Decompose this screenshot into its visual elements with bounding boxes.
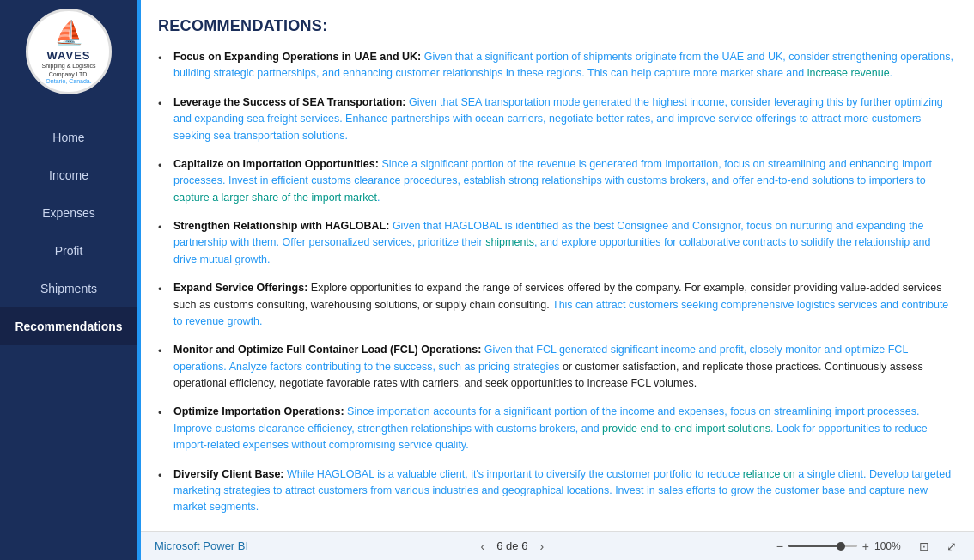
- rec-text-8: Diversify Client Base: While HAGLOBAL is…: [173, 466, 957, 516]
- company-name: WAVES: [47, 49, 91, 62]
- sidebar: ⛵ WAVES Shipping & LogisticsCompany LTD.…: [0, 0, 137, 560]
- recommendation-list: • Focus on Expanding Operations in UAE a…: [158, 49, 957, 531]
- bullet-icon: •: [158, 343, 168, 392]
- bullet-icon: •: [158, 50, 168, 82]
- list-item: • Expand Service Offerings: Explore oppo…: [158, 280, 957, 330]
- sidebar-item-home[interactable]: Home: [0, 119, 137, 156]
- zoom-minus-icon[interactable]: −: [776, 539, 783, 553]
- sidebar-item-expenses[interactable]: Expenses: [0, 194, 137, 232]
- bullet-icon: •: [158, 405, 168, 453]
- prev-page-button[interactable]: ‹: [476, 538, 490, 555]
- rec-text-7: Optimize Importation Operations: Since i…: [173, 404, 957, 453]
- bullet-icon: •: [158, 467, 168, 516]
- sidebar-item-income[interactable]: Income: [0, 156, 137, 194]
- pagination: ‹ 6 de 6 ›: [476, 538, 550, 555]
- zoom-plus-icon[interactable]: +: [862, 539, 869, 553]
- ship-icon: ⛵: [54, 19, 84, 47]
- fullscreen-button[interactable]: ⤢: [943, 538, 960, 555]
- sidebar-item-shipments[interactable]: Shipments: [0, 270, 137, 307]
- zoom-area: − + 100%: [776, 539, 905, 553]
- list-item: • Focus on Expanding Operations in UAE a…: [158, 49, 957, 82]
- main-content: RECOMMENDATIONS: • Focus on Expanding Op…: [137, 0, 974, 560]
- fit-page-button[interactable]: ⊡: [916, 538, 933, 555]
- rec-text-2: Leverage the Success of SEA Transportati…: [173, 94, 957, 144]
- sidebar-item-profit[interactable]: Profit: [0, 232, 137, 270]
- bullet-icon: •: [158, 281, 168, 330]
- company-location: Ontario, Canada.: [46, 78, 91, 84]
- page-info: 6 de 6: [496, 539, 527, 552]
- powerbi-link[interactable]: Microsoft Power BI: [155, 539, 248, 552]
- content-area[interactable]: RECOMMENDATIONS: • Focus on Expanding Op…: [141, 0, 974, 531]
- list-item: • Monitor and Optimize Full Container Lo…: [158, 342, 957, 392]
- footer-right: − + 100% ⊡ ⤢: [776, 538, 960, 555]
- zoom-filled: [788, 545, 840, 547]
- rec-text-5: Expand Service Offerings: Explore opport…: [173, 280, 957, 330]
- list-item: • Diversify Client Base: While HAGLOBAL …: [158, 466, 957, 516]
- nav-menu: Home Income Expenses Profit Shipments Re…: [0, 119, 137, 345]
- logo: ⛵ WAVES Shipping & LogisticsCompany LTD.…: [26, 9, 112, 94]
- page-title: RECOMMENDATIONS:: [158, 17, 957, 35]
- rec-text-6: Monitor and Optimize Full Container Load…: [173, 342, 957, 392]
- zoom-label: 100%: [874, 540, 905, 552]
- rec-text-1: Focus on Expanding Operations in UAE and…: [173, 49, 957, 82]
- rec-text-3: Capitalize on Importation Opportunities:…: [173, 156, 957, 206]
- sidebar-item-recommendations[interactable]: Recommendations: [0, 307, 137, 345]
- bullet-icon: •: [158, 95, 168, 144]
- list-item: • Strengthen Relationship with HAGLOBAL:…: [158, 218, 957, 268]
- bottom-footer: Microsoft Power BI ‹ 6 de 6 › − + 100% ⊡: [141, 531, 974, 560]
- bullet-icon: •: [158, 157, 168, 206]
- next-page-button[interactable]: ›: [534, 538, 549, 555]
- rec-text-4: Strengthen Relationship with HAGLOBAL: G…: [173, 218, 957, 268]
- zoom-knob: [837, 542, 845, 551]
- list-item: • Leverage the Success of SEA Transporta…: [158, 94, 957, 144]
- company-subtitle: Shipping & LogisticsCompany LTD.: [41, 62, 95, 77]
- list-item: • Optimize Importation Operations: Since…: [158, 404, 957, 453]
- bullet-icon: •: [158, 219, 168, 268]
- zoom-slider[interactable]: [788, 545, 857, 547]
- list-item: • Capitalize on Importation Opportunitie…: [158, 156, 957, 206]
